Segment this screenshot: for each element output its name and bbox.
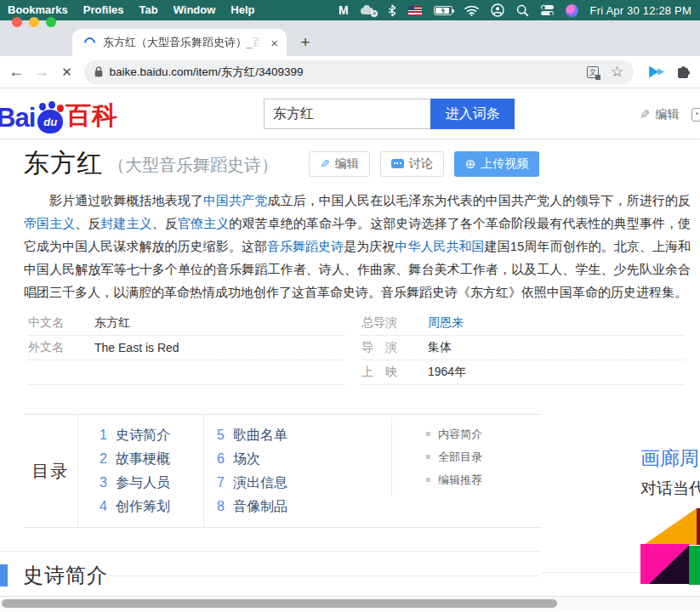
info-row: 中文名 东方红 [28,311,344,336]
toc-title: 目录 [24,415,78,527]
menu-window[interactable]: Window [166,0,224,20]
gallery-week-logo[interactable] [639,508,700,585]
menubar-status-area: M ✕ [339,3,700,17]
screen: Bookmarks Profiles Tab Window Help M ✕ [0,0,700,612]
tab-close-icon[interactable]: × [270,37,278,49]
info-value: 1964年 [428,365,466,380]
promo-divider-line [542,572,640,573]
baidu-baike-logo[interactable]: Bai du 百科 [0,99,118,133]
bullet-icon [426,478,430,482]
menu-profiles[interactable]: Profiles [76,0,132,20]
section-heading: 史诗简介 [23,562,108,589]
extensions-puzzle-icon[interactable] [678,66,690,78]
zoom-window-button[interactable] [46,17,56,27]
promo-link-gallery-week[interactable]: 画廊周 [640,445,700,472]
cloud-sync-paused-icon[interactable]: ✕ [361,5,376,15]
inline-link[interactable]: 封建主义 [101,216,152,230]
baike-search-input[interactable] [264,99,430,129]
toc-item-4[interactable]: 4创作筹划 [100,495,203,518]
toc-item-7[interactable]: 7演出信息 [217,471,391,495]
bullet-icon [426,432,430,436]
bluetooth-icon[interactable] [388,3,396,17]
control-center-icon[interactable] [541,3,554,17]
user-switch-icon[interactable] [491,3,504,17]
toc-label: 场次 [233,451,260,466]
partial-header-icon[interactable] [691,108,700,122]
wifi-icon[interactable] [464,3,479,17]
horizontal-scrollbar-track[interactable] [0,596,700,609]
promo-text-dialogue[interactable]: 对话当代 [640,478,700,500]
lemma-title-row: 东方红 （大型音乐舞蹈史诗） ✎ 编辑 讨论 ⊕ 上传视频 [24,146,539,181]
toc-number: 8 [217,499,225,513]
menubar-clock[interactable]: Fri Apr 30 12:28 PM [590,4,691,17]
address-bar[interactable]: baike.baidu.com/item/东方红/3409399 文 ☆ [84,60,634,84]
discuss-button[interactable]: 讨论 [380,151,444,177]
header-edit-link[interactable]: ✎ 编辑 [640,107,680,122]
inline-link[interactable]: 官僚主义 [178,216,229,230]
toc-label: 歌曲名单 [233,428,287,442]
new-tab-button[interactable]: + [295,32,316,53]
toc-item-8[interactable]: 8音像制品 [217,495,391,518]
upload-video-button[interactable]: ⊕ 上传视频 [454,151,540,177]
edit-button[interactable]: ✎ 编辑 [309,151,370,177]
minimize-window-button[interactable] [29,17,39,27]
info-value: 东方红 [94,315,130,331]
lemma-summary: 影片通过歌舞概括地表现了中国共产党成立后，中国人民在以毛泽东为代表的中国共产党人… [24,189,691,303]
side-item-content-intro[interactable]: 内容简介 [426,422,482,445]
inline-link[interactable]: 音乐舞蹈史诗 [267,239,344,253]
blue-extension-icon[interactable] [649,65,664,79]
tab-title: 东方红（大型音乐舞蹈史诗）_百 [103,35,261,50]
toc-item-2[interactable]: 2故事梗概 [100,447,203,471]
toc-item-1[interactable]: 1史诗简介 [100,423,203,447]
menu-help[interactable]: Help [223,0,262,20]
side-item-full-toc[interactable]: 全部目录 [426,445,482,468]
horizontal-scrollbar-thumb[interactable] [2,599,557,608]
cloud-x-badge: ✕ [371,10,378,17]
inline-link[interactable]: 帝国主义 [24,216,75,230]
malwarebytes-icon[interactable]: M [339,3,349,17]
info-value-link[interactable]: 周恩来 [428,315,464,331]
bookmark-star-icon[interactable]: ☆ [611,63,623,81]
summary-text: 、反 [75,216,100,230]
toc-number: 2 [100,451,107,466]
close-window-button[interactable] [12,17,22,27]
toc-item-5[interactable]: 5歌曲名单 [217,423,391,447]
toc-side-list: 内容简介 全部目录 编辑推荐 [391,417,482,496]
side-item-editor-picks[interactable]: 编辑推荐 [426,468,482,491]
toc-label: 创作筹划 [116,499,170,513]
inline-link[interactable]: 中国共产党 [203,193,267,207]
toc-label: 故事梗概 [116,451,170,466]
battery-charging-icon[interactable] [434,6,452,15]
lock-icon[interactable] [94,66,103,77]
menu-tab[interactable]: Tab [132,0,166,20]
back-button[interactable]: ← [3,63,29,81]
paw-toe [39,103,46,110]
siri-icon[interactable] [566,4,578,17]
info-row: 外文名 The East is Red [28,336,344,360]
stop-loading-button[interactable]: ✕ [54,65,80,80]
toc-number: 4 [100,499,107,513]
inline-link[interactable]: 中华人民共和国 [395,239,484,253]
forward-button[interactable]: → [29,63,54,81]
side-item-label: 编辑推荐 [438,468,482,491]
summary-text: 是为庆祝 [344,239,395,253]
translate-icon[interactable]: 文 [587,66,599,78]
summary-text: 、反 [152,216,178,230]
discuss-button-label: 讨论 [409,156,433,172]
toc-number: 3 [100,475,107,490]
info-column-right: 总导演 周恩来 导 演 集体 上 映 1964年 [361,311,685,385]
us-input-flag-icon[interactable] [408,6,422,15]
spotlight-search-icon[interactable] [516,3,529,17]
toc-column-2: 5歌曲名单 6场次 7演出信息 8音像制品 [204,415,391,527]
enter-lemma-button[interactable]: 进入词条 [430,99,515,129]
active-tab[interactable]: 东方红（大型音乐舞蹈史诗）_百 × [72,29,287,56]
toc-label: 史诗简介 [116,428,170,442]
logo-shape-orange-triangle [642,508,697,545]
toc-column-1: 1史诗简介 2故事梗概 3参与人员 4创作筹划 [78,415,204,527]
toc-item-6[interactable]: 6场次 [217,447,391,471]
baike-header: Bai du 百科 进入词条 ✎ 编辑 [0,88,700,139]
table-of-contents: 目录 1史诗简介 2故事梗概 3参与人员 4创作筹划 5歌曲名单 6场次 7演出… [24,414,542,528]
info-row-empty [28,360,344,385]
toc-item-3[interactable]: 3参与人员 [100,471,203,495]
header-edit-label: 编辑 [656,107,680,122]
